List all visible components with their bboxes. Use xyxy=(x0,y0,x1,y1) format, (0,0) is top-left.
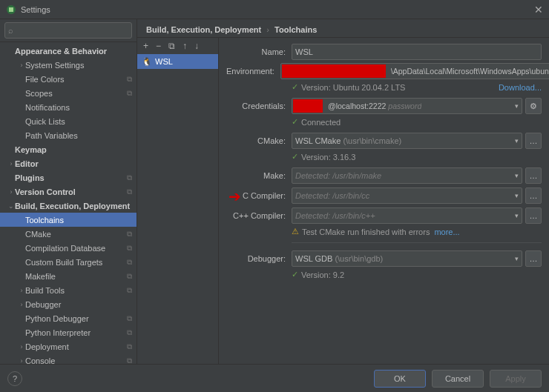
sidebar-item-label: Toolchains xyxy=(25,216,132,225)
sidebar-item[interactable]: ›Version Control⧉ xyxy=(0,185,137,199)
row-credentials: Credentials: @localhost:2222 password ▾ … xyxy=(226,98,542,114)
cc-combo[interactable]: Detected: /usr/bin/cc▾ xyxy=(292,187,522,204)
chevron-right-icon: › xyxy=(266,25,269,34)
sidebar-item[interactable]: Scopes⧉ xyxy=(0,86,137,100)
app-icon xyxy=(6,4,16,15)
sidebar-item[interactable]: Compilation Database⧉ xyxy=(0,241,137,255)
apply-button[interactable]: Apply xyxy=(490,370,542,388)
sidebar-item[interactable]: ⌄Build, Execution, Deployment xyxy=(0,199,137,213)
cred-label: Credentials: xyxy=(226,102,286,110)
move-up-icon[interactable]: ↑ xyxy=(183,41,187,51)
sidebar-item-label: Debugger xyxy=(25,300,132,309)
sidebar-item[interactable]: Makefile⧉ xyxy=(0,269,137,283)
settings-tree[interactable]: Appearance & Behavior›System SettingsFil… xyxy=(0,42,137,364)
tree-chevron-icon: › xyxy=(7,188,15,196)
cxx-combo[interactable]: Detected: /usr/bin/c++▾ xyxy=(292,207,522,224)
toolchain-list-item[interactable]: 🐧 WSL xyxy=(137,54,218,69)
cancel-button[interactable]: Cancel xyxy=(432,370,484,388)
content: + − ⧉ ↑ ↓ 🐧 WSL Name: xyxy=(137,37,549,364)
cmake-value: WSL CMake xyxy=(295,136,341,145)
sidebar-item[interactable]: Notifications xyxy=(0,100,137,114)
search-input[interactable] xyxy=(16,26,128,35)
row-make: Make: Detected: /usr/bin/make▾ … xyxy=(226,167,542,184)
sidebar-item-label: Build, Execution, Deployment xyxy=(15,202,132,210)
sidebar-item-label: Build Tools xyxy=(25,286,124,295)
sidebar-item-label: Makefile xyxy=(25,272,124,281)
sidebar-item-label: Editor xyxy=(15,159,132,168)
chevron-down-icon: ▾ xyxy=(515,137,519,144)
project-scope-icon: ⧉ xyxy=(127,328,132,337)
dbg-combo[interactable]: WSL GDB (\usr\bin\gdb) ▾ xyxy=(292,250,522,267)
chevron-down-icon: ▾ xyxy=(515,255,519,262)
make-label: Make: xyxy=(226,171,286,180)
sidebar-item[interactable]: ›Debugger xyxy=(0,297,137,311)
cmake-browse-button[interactable]: … xyxy=(525,133,542,149)
project-scope-icon: ⧉ xyxy=(127,244,132,253)
project-scope-icon: ⧉ xyxy=(127,89,132,98)
copy-toolchain-icon[interactable]: ⧉ xyxy=(168,41,175,51)
remove-toolchain-icon[interactable]: − xyxy=(156,41,161,51)
sidebar-item[interactable]: ›Console⧉ xyxy=(0,353,137,364)
main-panel: Build, Execution, Deployment › Toolchain… xyxy=(137,19,549,364)
sidebar-item-label: Deployment xyxy=(25,342,124,351)
cred-combo[interactable]: @localhost:2222 password ▾ xyxy=(292,98,522,114)
ok-button[interactable]: OK xyxy=(374,370,426,388)
sidebar-item-label: CMake xyxy=(25,230,124,239)
sidebar-item[interactable]: CMake⧉ xyxy=(0,227,137,241)
search-field[interactable]: ⌕ xyxy=(4,22,132,39)
check-icon: ✓ xyxy=(292,152,298,162)
sidebar-item[interactable]: File Colors⧉ xyxy=(0,72,137,86)
settings-sidebar: ⌕ Appearance & Behavior›System SettingsF… xyxy=(0,19,137,364)
cred-connected: Connected xyxy=(301,118,341,127)
cc-browse-button[interactable]: … xyxy=(525,187,542,204)
search-wrap: ⌕ xyxy=(0,19,137,42)
add-toolchain-icon[interactable]: + xyxy=(143,41,148,51)
sidebar-item[interactable]: Python Debugger⧉ xyxy=(0,311,137,325)
sidebar-item-label: Keymap xyxy=(15,145,132,154)
sidebar-item-label: Console xyxy=(25,356,124,365)
help-button[interactable]: ? xyxy=(7,371,22,386)
cc-label: C Compiler: xyxy=(243,191,286,200)
more-link[interactable]: more... xyxy=(434,227,459,236)
sidebar-item[interactable]: Python Interpreter⧉ xyxy=(0,325,137,339)
dbg-browse-button[interactable]: … xyxy=(525,250,542,267)
annotation-arrow-icon: ➔ xyxy=(229,187,241,205)
name-input[interactable]: WSL xyxy=(292,44,542,60)
dialog-body: ⌕ Appearance & Behavior›System SettingsF… xyxy=(0,19,549,364)
sidebar-item[interactable]: Path Variables xyxy=(0,128,137,142)
env-label: Environment: xyxy=(226,67,274,76)
sidebar-item[interactable]: ›System Settings xyxy=(0,58,137,72)
close-icon[interactable]: ✕ xyxy=(534,4,543,16)
sidebar-item[interactable]: Custom Build Targets⧉ xyxy=(0,255,137,269)
check-icon: ✓ xyxy=(292,82,298,92)
project-scope-icon: ⧉ xyxy=(127,286,132,295)
project-scope-icon: ⧉ xyxy=(127,258,132,267)
sidebar-item[interactable]: Quick Lists xyxy=(0,114,137,128)
sidebar-item[interactable]: ›Deployment⧉ xyxy=(0,339,137,353)
move-down-icon[interactable]: ↓ xyxy=(194,41,199,51)
separator xyxy=(292,242,542,243)
chevron-down-icon: ▾ xyxy=(515,172,519,179)
sidebar-item[interactable]: Keymap xyxy=(0,142,137,156)
sidebar-item[interactable]: Plugins⧉ xyxy=(0,170,137,185)
sidebar-item[interactable]: ›Build Tools⧉ xyxy=(0,283,137,297)
toolchain-list[interactable]: 🐧 WSL xyxy=(137,54,218,364)
sidebar-item[interactable]: ›Editor xyxy=(0,156,137,170)
list-toolbar: + − ⧉ ↑ ↓ xyxy=(137,38,218,54)
project-scope-icon: ⧉ xyxy=(127,314,132,323)
cred-settings-button[interactable]: ⚙ xyxy=(525,98,542,114)
cmake-combo[interactable]: WSL CMake (\usr\bin\cmake) ▾ xyxy=(292,133,522,149)
sidebar-item-label: Version Control xyxy=(15,187,124,196)
sidebar-item[interactable]: Appearance & Behavior xyxy=(0,44,137,58)
sidebar-item-label: Quick Lists xyxy=(25,117,132,126)
make-browse-button[interactable]: … xyxy=(525,167,542,184)
cxx-browse-button[interactable]: … xyxy=(525,207,542,224)
footer: ? OK Cancel Apply xyxy=(0,364,549,392)
make-combo[interactable]: Detected: /usr/bin/make▾ xyxy=(292,167,522,184)
project-scope-icon: ⧉ xyxy=(127,75,132,84)
env-combo[interactable]: \AppData\Local\Microsoft\WindowsApps\ubu… xyxy=(280,63,549,79)
titlebar: Settings ✕ xyxy=(0,0,549,19)
tree-chevron-icon: › xyxy=(18,287,25,294)
download-link[interactable]: Download... xyxy=(499,83,542,92)
sidebar-item[interactable]: Toolchains xyxy=(0,213,137,227)
